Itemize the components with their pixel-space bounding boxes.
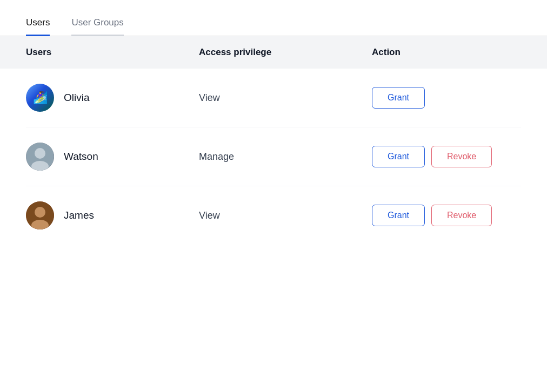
tab-user-groups[interactable]: User Groups <box>71 17 123 36</box>
col-header-access: Access privilege <box>199 47 372 58</box>
table-body: 🏄‍♀️ Olivia View Grant Watson Manage Gra… <box>0 69 547 245</box>
tab-users[interactable]: Users <box>26 17 50 36</box>
table-row: James View Grant Revoke <box>26 186 521 245</box>
grant-button-james[interactable]: Grant <box>372 205 425 226</box>
user-name-olivia: Olivia <box>64 92 90 104</box>
privilege-olivia: View <box>199 92 372 104</box>
user-name-watson: Watson <box>64 151 98 163</box>
svg-point-4 <box>35 207 45 218</box>
avatar: 🏄‍♀️ <box>26 84 54 112</box>
action-cell-olivia: Grant <box>372 87 521 109</box>
avatar <box>26 143 54 171</box>
user-name-james: James <box>64 209 94 221</box>
col-header-users: Users <box>26 47 199 58</box>
privilege-watson: Manage <box>199 151 372 163</box>
action-cell-watson: Grant Revoke <box>372 146 521 167</box>
svg-point-1 <box>35 148 45 159</box>
user-cell-watson: Watson <box>26 143 199 171</box>
grant-button-olivia[interactable]: Grant <box>372 87 425 109</box>
table-row: Watson Manage Grant Revoke <box>26 127 521 186</box>
user-cell-james: James <box>26 201 199 229</box>
privilege-james: View <box>199 210 372 221</box>
grant-button-watson[interactable]: Grant <box>372 146 425 167</box>
table-header: Users Access privilege Action <box>0 36 547 69</box>
avatar <box>26 201 54 229</box>
tabs-container: Users User Groups <box>0 0 547 36</box>
table-row: 🏄‍♀️ Olivia View Grant <box>26 69 521 127</box>
col-header-action: Action <box>372 47 521 58</box>
revoke-button-watson[interactable]: Revoke <box>431 146 492 167</box>
user-cell-olivia: 🏄‍♀️ Olivia <box>26 84 199 112</box>
revoke-button-james[interactable]: Revoke <box>431 205 492 226</box>
action-cell-james: Grant Revoke <box>372 205 521 226</box>
